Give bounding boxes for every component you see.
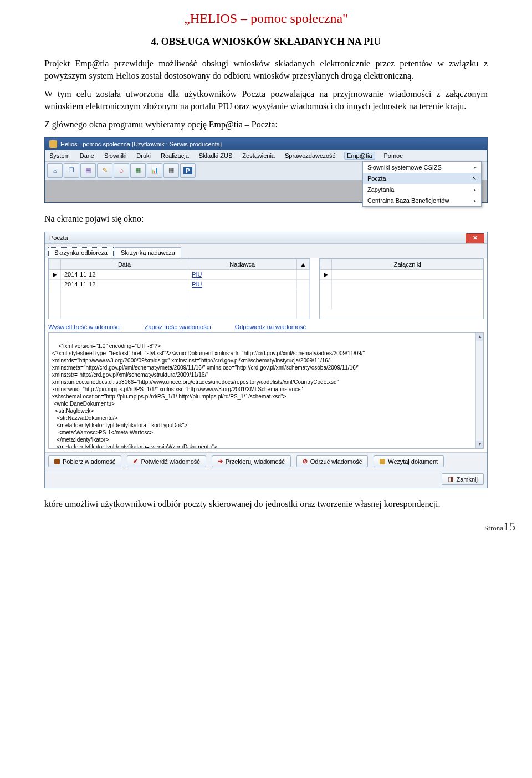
- menubar: System Dane Słowniki Druki Realizacja Sk…: [45, 150, 487, 162]
- toolbar-btn-3[interactable]: ▤: [80, 163, 96, 178]
- btn-label: Pobierz wiadomość: [63, 458, 115, 465]
- section-title: 4. OBSŁUGA WNIOSKÓW SKŁADANYCH NA PIU: [44, 36, 488, 48]
- messages-grid: Data Nadawca ▲ ▶ 2014-11-12 PIU 2014-11-…: [48, 258, 310, 320]
- dropdown-zapytania[interactable]: Zapytania: [363, 184, 481, 195]
- stats-icon: 📊: [151, 167, 158, 174]
- close-icon: ✕: [473, 234, 478, 242]
- table-row: ▶: [320, 269, 483, 279]
- door-icon: ◨: [448, 475, 453, 483]
- helios-app-window: Helios - pomoc społeczna [Użytkownik : S…: [44, 137, 488, 203]
- cell-sender[interactable]: PIU: [188, 269, 296, 279]
- btn-load-doc[interactable]: Wczytaj dokument: [374, 455, 444, 467]
- paragraph-3: Z głównego okna programu wybieramy opcję…: [44, 119, 488, 131]
- scrollbar[interactable]: ▲ ▼: [475, 333, 483, 448]
- menu-dane[interactable]: Dane: [79, 152, 95, 160]
- col-data[interactable]: Data: [61, 259, 188, 269]
- poczta-window: Poczta ✕ Skrzynka odbiorcza Skrzynka nad…: [44, 232, 488, 489]
- table-row[interactable]: 2014-11-12 PIU: [49, 279, 310, 289]
- action-save[interactable]: Zapisz treść wiadomości: [145, 324, 211, 330]
- action-reply[interactable]: Odpowiedz na wiadomość: [235, 324, 306, 330]
- toolbar-btn-7[interactable]: 📊: [147, 163, 162, 178]
- attachments-grid: Załączniki ▶: [319, 258, 484, 320]
- btn-confirm[interactable]: ✔Potwierdź wiadomość: [127, 455, 206, 467]
- xml-preview: <?xml version="1.0" encoding="UTF-8"?> <…: [48, 332, 484, 449]
- menu-realizacja[interactable]: Realizacja: [160, 152, 190, 160]
- btn-download[interactable]: Pobierz wiadomość: [48, 455, 121, 467]
- dropdown-slowniki[interactable]: Słowniki systemowe CSIZS: [363, 162, 481, 173]
- doc-icon: [380, 459, 385, 464]
- app-icon: [49, 140, 57, 148]
- cell-date: 2014-11-12: [61, 279, 188, 289]
- scroll-cell: [296, 269, 310, 279]
- download-icon: [54, 459, 60, 464]
- btn-reject[interactable]: ⊘Odrzuć wiadomość: [296, 455, 369, 467]
- paragraph-5: które umożliwi użytkownikowi odbiór pocz…: [44, 498, 488, 510]
- reject-icon: ⊘: [303, 458, 308, 465]
- window-title: Helios - pomoc społeczna [Użytkownik : S…: [60, 141, 222, 147]
- col-nadawca[interactable]: Nadawca: [188, 259, 296, 269]
- form-icon: ▦: [135, 167, 141, 174]
- close-bar: ◨Zamknij: [45, 470, 487, 488]
- paragraph-1: Projekt Emp@tia przewiduje możliwość obs…: [44, 58, 488, 81]
- dropdown-label: Centralna Baza Beneficjentów: [367, 197, 449, 204]
- book-icon: ▤: [85, 167, 91, 174]
- menu-zestawienia[interactable]: Zestawienia: [241, 152, 276, 160]
- doc-icon: ❐: [69, 167, 74, 174]
- arrow-icon: ➔: [218, 458, 223, 465]
- xml-text: <?xml version="1.0" encoding="UTF-8"?> <…: [52, 343, 365, 449]
- paragraph-2: W tym celu została utworzona dla użytkow…: [44, 88, 488, 112]
- dropdown-label: Słowniki systemowe CSIZS: [367, 164, 442, 171]
- menu-empatia[interactable]: Emp@tia: [344, 152, 375, 160]
- row-marker: ▶: [49, 269, 61, 279]
- btn-label: Wczytaj dokument: [388, 458, 438, 465]
- close-button[interactable]: ✕: [466, 233, 484, 243]
- btn-label: Zamknij: [456, 476, 478, 483]
- dropdown-label: Zapytania: [367, 186, 394, 193]
- scroll-up-icon[interactable]: ▲: [476, 333, 484, 341]
- btn-forward[interactable]: ➔Przekieruj wiadomość: [212, 455, 291, 467]
- calc-icon: ▦: [168, 167, 174, 174]
- page-footer: Strona15: [484, 519, 515, 534]
- row-marker-col: [320, 259, 332, 269]
- check-icon: ✔: [133, 458, 138, 465]
- menu-sprawozdawczosc[interactable]: Sprawozdawczość: [284, 152, 336, 160]
- tab-inbox[interactable]: Skrzynka odbiorcza: [48, 247, 114, 258]
- table-row[interactable]: ▶ 2014-11-12 PIU: [49, 269, 310, 279]
- button-bar: Pobierz wiadomość ✔Potwierdź wiadomość ➔…: [45, 452, 487, 470]
- toolbar-btn-6[interactable]: ▦: [130, 163, 146, 178]
- app-body: Słowniki systemowe CSIZS Poczta↖ Zapytan…: [45, 180, 487, 202]
- menu-system[interactable]: System: [48, 152, 71, 160]
- row-marker-col: [49, 259, 61, 269]
- doc-header: „HELIOS – pomoc społeczna": [44, 11, 488, 26]
- tab-outbox[interactable]: Skrzynka nadawcza: [115, 247, 181, 258]
- cell-sender[interactable]: PIU: [188, 279, 296, 289]
- titlebar: Helios - pomoc społeczna [Użytkownik : S…: [45, 138, 487, 150]
- menu-pomoc[interactable]: Pomoc: [383, 152, 404, 160]
- poczta-titlebar: Poczta ✕: [45, 232, 487, 244]
- cursor-icon: ↖: [472, 175, 477, 181]
- toolbar-btn-p[interactable]: P: [180, 163, 196, 178]
- toolbar-btn-4[interactable]: ✎: [97, 163, 112, 178]
- dropdown-poczta[interactable]: Poczta↖: [363, 173, 481, 184]
- scroll-col: ▲: [296, 259, 310, 269]
- cell-date: 2014-11-12: [61, 269, 188, 279]
- menu-skladki[interactable]: Składki ZUS: [198, 152, 234, 160]
- dropdown-cbb[interactable]: Centralna Baza Beneficjentów: [363, 195, 481, 206]
- toolbar-btn-5[interactable]: ☺: [114, 163, 129, 178]
- scroll-down-icon[interactable]: ▼: [476, 441, 484, 448]
- message-actions: Wyświetl treść wiadomości Zapisz treść w…: [48, 324, 484, 330]
- tabs: Skrzynka odbiorcza Skrzynka nadawcza: [45, 244, 487, 258]
- toolbar-btn-house[interactable]: ⌂: [47, 163, 63, 178]
- btn-label: Przekieruj wiadomość: [226, 458, 285, 465]
- paragraph-4: Na ekranie pojawi się okno:: [44, 213, 488, 225]
- menu-slowniki[interactable]: Słowniki: [103, 152, 127, 160]
- dropdown-label: Poczta: [367, 175, 386, 182]
- toolbar-btn-2[interactable]: ❐: [64, 163, 79, 178]
- col-zalaczniki[interactable]: Załączniki: [332, 259, 483, 269]
- btn-close[interactable]: ◨Zamknij: [442, 473, 484, 485]
- menu-druki[interactable]: Druki: [135, 152, 152, 160]
- p-icon: P: [183, 167, 192, 174]
- action-view[interactable]: Wyświetl treść wiadomości: [48, 324, 121, 330]
- btn-label: Odrzuć wiadomość: [310, 458, 362, 465]
- toolbar-btn-8[interactable]: ▦: [163, 163, 179, 178]
